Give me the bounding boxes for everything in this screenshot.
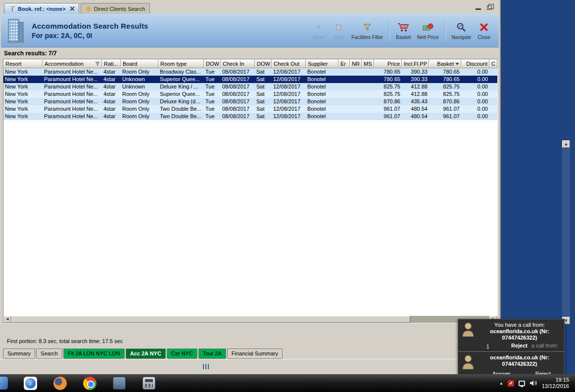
column-header-incl-fl-pp[interactable]: Incl.Fl.PP (402, 59, 429, 68)
cell-resort: New York (3, 83, 43, 90)
cell-dow-in: Tue (204, 68, 221, 76)
horizontal-scrollbar[interactable]: ◄ ► (3, 316, 497, 323)
column-header-discount[interactable]: Discount (461, 59, 489, 68)
taskbar-clock[interactable]: 19:15 13/12/2016 (542, 377, 569, 390)
cell-basket: 961.07 (429, 105, 461, 113)
close-button[interactable]: Close (474, 21, 494, 40)
tray-alert-icon[interactable] (508, 380, 514, 387)
column-header-accommodation[interactable]: Accommodation (43, 59, 102, 68)
navigate-button[interactable]: Navigate (449, 21, 474, 40)
taskbar-partial-icon[interactable] (0, 377, 8, 390)
tab-direct-clients-search[interactable]: Direct Clients Search (81, 3, 150, 14)
cell-check-in: 08/08/2017 (221, 105, 255, 113)
column-header-rating[interactable]: Rati... (102, 59, 121, 68)
tab-close-icon[interactable] (70, 6, 74, 11)
toolbar-separator (389, 20, 390, 41)
cell-dow-out: Sat (255, 113, 272, 120)
cell-check-out: 12/08/2017 (272, 68, 306, 76)
cell-supplier: Bonotel (306, 98, 338, 105)
nett-price-button[interactable]: Nett Price (414, 21, 442, 40)
cell-rating: 4star (102, 98, 121, 105)
tab-car[interactable]: Car NYC (167, 348, 197, 359)
reject-button[interactable]: Reject (511, 343, 527, 349)
table-header-row: Resort Accommodation Rati... Board Room … (3, 59, 497, 68)
app-window-icon[interactable] (112, 376, 127, 390)
table-row[interactable]: New York Paramount Hotel Ne... 4star Unk… (3, 76, 497, 83)
column-header-dow-in[interactable]: DOW (204, 59, 221, 68)
tab-search[interactable]: Search (36, 348, 62, 359)
column-header-board[interactable]: Board (121, 59, 158, 68)
cell-rating: 4star (102, 105, 121, 113)
table-row[interactable]: New York Paramount Hotel Ne... 4star Roo… (3, 68, 497, 76)
tab-flight[interactable]: Flt 2A LON NYC LON (63, 348, 125, 359)
cell-discount: 0.00 (461, 105, 489, 113)
cell-ms (362, 68, 374, 76)
cell-supplier: Bonotel (306, 83, 338, 90)
table-row[interactable]: New York Paramount Hotel Ne... 4star Roo… (3, 90, 497, 98)
chrome-icon[interactable] (82, 376, 97, 390)
column-header-nr[interactable]: NR (350, 59, 362, 68)
column-header-basket[interactable]: Basket (429, 59, 461, 68)
minimize-icon[interactable] (476, 5, 481, 10)
tab-label: Direct Clients Search (94, 6, 145, 12)
column-header-price[interactable]: Price (374, 59, 402, 68)
table-row[interactable]: New York Paramount Hotel Ne... 4star Roo… (3, 98, 497, 105)
cell-incl-fl-pp: 435.43 (402, 98, 429, 105)
cell-board: Room Only (121, 98, 158, 105)
splitter-strip (0, 359, 500, 374)
basket-icon (397, 22, 409, 32)
cell-er (338, 76, 350, 83)
tab-booking-ref[interactable]: Book. ref.: <none> (4, 3, 79, 14)
cell-accommodation: Paramount Hotel Ne... (43, 98, 102, 105)
restore-icon[interactable] (487, 5, 492, 10)
itunes-icon[interactable]: ♪ (23, 376, 38, 390)
call-line: 07447426322) (479, 335, 561, 341)
tray-network-icon[interactable] (519, 381, 525, 386)
tab-tour[interactable]: Tour 2A (198, 348, 226, 359)
basket-button[interactable]: Basket (393, 21, 414, 40)
search-results-header: Accommodation Search Results For pax: 2A… (1, 14, 499, 47)
cell-discount: 0.00 (461, 76, 489, 83)
cell-supplier: Bonotel (306, 90, 338, 98)
scroll-left-icon[interactable]: ◄ (3, 316, 11, 323)
caller-person-icon (462, 354, 475, 369)
tab-accommodation[interactable]: Acc 2A NYC (126, 348, 166, 359)
column-header-room-type[interactable]: Room type (158, 59, 204, 68)
column-header-check-in[interactable]: Check In (221, 59, 255, 68)
vertical-scrollbar[interactable]: ▲ ▼ (562, 140, 570, 324)
filter-funnel-icon (363, 23, 371, 31)
tray-expand-icon[interactable]: ▲ (499, 381, 503, 386)
column-header-resort[interactable]: Resort (3, 59, 43, 68)
scroll-up-icon[interactable]: ▲ (562, 140, 570, 148)
cell-dow-in: Tue (204, 113, 221, 120)
column-filter-icon[interactable] (95, 61, 100, 66)
column-header-check-out[interactable]: Check Out (272, 59, 306, 68)
splitter-grip-icon[interactable] (203, 364, 209, 369)
column-header-ms[interactable]: MS (362, 59, 374, 68)
cell-board: Room Only (121, 68, 158, 76)
cell-supplier: Bonotel (306, 113, 338, 120)
column-header-c[interactable]: C (489, 59, 497, 68)
firefox-icon[interactable] (52, 376, 67, 390)
tab-financial-summary[interactable]: Financial Summary (227, 348, 283, 359)
column-header-supplier[interactable]: Supplier (306, 59, 338, 68)
app-window: Book. ref.: <none> Direct Clients Search (0, 0, 501, 374)
tab-summary[interactable]: Summary (3, 348, 35, 359)
column-header-dow-out[interactable]: DOW (255, 59, 272, 68)
table-row[interactable]: New York Paramount Hotel Ne... 4star Roo… (3, 105, 497, 113)
cell-room-type: Superior Quee... (158, 76, 204, 83)
tray-volume-icon[interactable] (529, 380, 537, 387)
cell-er (338, 113, 350, 120)
calculator-icon[interactable] (142, 376, 156, 390)
cell-accommodation: Paramount Hotel Ne... (43, 90, 102, 98)
cell-room-type: Deluxe King / ... (158, 83, 204, 90)
cell-er (338, 83, 350, 90)
scrollbar-thumb[interactable] (11, 316, 410, 323)
table-body: New York Paramount Hotel Ne... 4star Roo… (3, 68, 497, 120)
taskbar-icons: ♪ (0, 374, 156, 392)
cell-nr (350, 105, 362, 113)
table-row[interactable]: New York Paramount Hotel Ne... 4star Unk… (3, 83, 497, 90)
table-row[interactable]: New York Paramount Hotel Ne... 4star Roo… (3, 113, 497, 120)
facilities-filter-button[interactable]: Facilities Filter (348, 21, 386, 40)
column-header-er[interactable]: Er (338, 59, 350, 68)
